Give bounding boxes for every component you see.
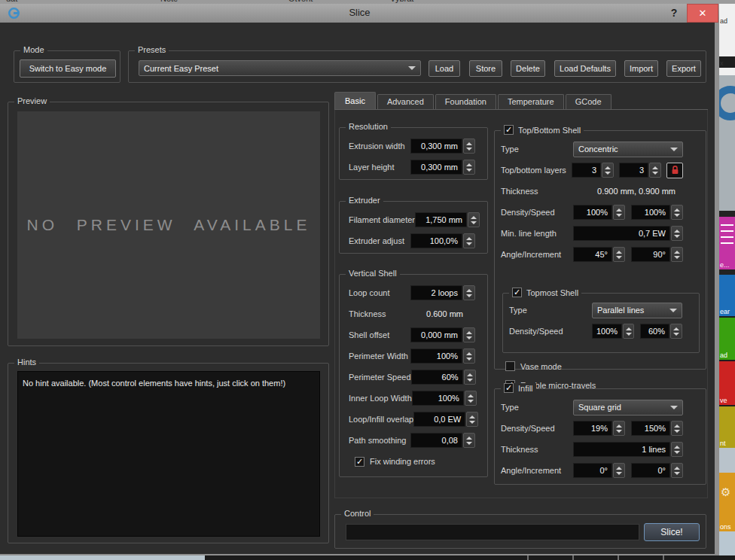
spin-value[interactable]: 0,300 mm [410,160,462,175]
extrusion-width-spinner[interactable]: 0,300 mm [410,138,475,154]
spin-value[interactable]: 1 lines [573,442,670,457]
help-button[interactable]: ? [666,5,682,21]
spin-value[interactable]: 60% [411,370,463,385]
spin-up-icon[interactable] [674,208,680,212]
spin-value[interactable]: 100% [410,348,462,364]
infill-speed-spinner[interactable]: 150% [631,421,683,436]
spin-up-icon[interactable] [466,289,472,292]
bg-toolbar-button-magenta[interactable]: e... [719,217,735,269]
store-button[interactable]: Store [469,60,502,77]
spin-up-icon[interactable] [466,331,472,334]
spin-down-icon[interactable] [616,472,622,475]
spin-value[interactable]: 100% [592,324,622,339]
spin-down-icon[interactable] [466,442,472,445]
spin-arrows[interactable] [671,226,683,241]
inner-loop-width-spinner[interactable]: 100% [412,391,477,406]
tab-gcode[interactable]: GCode [566,94,611,109]
tbs-type-dropdown[interactable]: Concentric [573,142,683,157]
bg-clear-button[interactable]: x [719,56,735,68]
layer-height-spinner[interactable]: 0,300 mm [410,160,475,175]
spin-value[interactable]: 3 [572,163,601,178]
export-button[interactable]: Export [666,60,701,77]
spin-arrows[interactable] [463,285,475,300]
spin-arrows[interactable] [463,433,475,448]
spin-arrows[interactable] [463,233,475,248]
shell-offset-spinner[interactable]: 0,000 mm [410,327,475,342]
spin-arrows[interactable] [613,421,625,436]
spin-value[interactable]: 0,0 EW [413,412,465,427]
spin-arrows[interactable] [468,212,480,227]
spin-up-icon[interactable] [674,230,680,233]
infill-increment-spinner[interactable]: 0° [631,463,683,478]
bg-toolbar-button-orange[interactable]: ⚙ ons [719,473,735,531]
spin-down-icon[interactable] [616,430,622,433]
topmost-density-spinner[interactable]: 100% [592,324,634,339]
spin-up-icon[interactable] [466,142,472,145]
spin-up-icon[interactable] [616,425,622,428]
infill-angle-spinner[interactable]: 0° [573,463,625,478]
tab-advanced[interactable]: Advanced [377,94,434,109]
spin-arrows[interactable] [463,348,475,364]
spin-arrows[interactable] [465,391,477,406]
extruder-adjust-spinner[interactable]: 100,0% [410,233,475,248]
spin-up-icon[interactable] [466,437,472,440]
spin-up-icon[interactable] [469,415,475,418]
spin-value[interactable]: 0,300 mm [410,138,462,154]
spin-up-icon[interactable] [467,373,473,376]
spin-value[interactable]: 0,08 [410,433,462,448]
spin-value[interactable]: 100% [412,391,464,406]
spin-down-icon[interactable] [674,256,680,259]
spin-value[interactable]: 100% [573,205,612,220]
spin-arrows[interactable] [463,160,475,175]
spin-value[interactable]: 100,0% [410,233,462,248]
bg-toolbar-button-green[interactable]: ad [719,318,735,360]
spin-down-icon[interactable] [674,430,680,433]
spin-up-icon[interactable] [674,446,680,449]
slice-button[interactable]: Slice! [644,523,700,541]
tbs-increment-spinner[interactable]: 90° [631,247,683,262]
spin-up-icon[interactable] [616,251,622,254]
spin-up-icon[interactable] [466,163,472,166]
vase-mode-checkbox[interactable] [505,361,515,371]
spin-value[interactable]: 19% [573,421,612,436]
spin-up-icon[interactable] [466,237,472,240]
spin-up-icon[interactable] [674,425,680,428]
spin-up-icon[interactable] [626,327,632,330]
spin-arrows[interactable] [671,247,683,262]
delete-button[interactable]: Delete [511,60,545,77]
spin-up-icon[interactable] [652,166,658,169]
tab-foundation[interactable]: Foundation [435,94,496,109]
lock-layers-button[interactable] [666,163,683,178]
spin-down-icon[interactable] [466,169,472,172]
spin-down-icon[interactable] [626,333,632,336]
preset-dropdown[interactable]: Current Easy Preset [139,60,421,76]
tab-temperature[interactable]: Temperature [498,94,564,109]
bg-toolbar-button-blue[interactable]: ear [719,275,735,316]
load-defaults-button[interactable]: Load Defaults [554,60,616,77]
spin-up-icon[interactable] [674,467,680,470]
spin-up-icon[interactable] [471,216,477,219]
spin-down-icon[interactable] [605,172,611,175]
import-button[interactable]: Import [624,60,658,77]
spin-value[interactable]: 2 loops [410,285,462,300]
spin-value[interactable]: 100% [631,205,670,220]
spin-down-icon[interactable] [466,336,472,339]
spin-up-icon[interactable] [674,251,680,254]
spin-down-icon[interactable] [467,379,473,382]
spin-value[interactable]: 1,750 mm [415,212,467,227]
infill-type-dropdown[interactable]: Square grid [573,400,683,415]
spin-value[interactable]: 0° [573,463,612,478]
spin-arrows[interactable] [623,324,634,339]
top-layers-spinner[interactable]: 3 [572,163,614,178]
filament-diameter-spinner[interactable]: 1,750 mm [415,212,480,227]
spin-value[interactable]: 45° [573,247,612,262]
load-button[interactable]: Load [428,60,460,77]
spin-up-icon[interactable] [616,208,622,212]
spin-up-icon[interactable] [605,166,611,169]
perimeter-width-spinner[interactable]: 100% [410,348,475,364]
spin-value[interactable]: 90° [631,247,670,262]
spin-arrows[interactable] [671,463,683,478]
tbs-speed-spinner[interactable]: 100% [631,205,683,220]
spin-arrows[interactable] [613,463,625,478]
topmost-type-dropdown[interactable]: Parallel lines [592,303,682,318]
